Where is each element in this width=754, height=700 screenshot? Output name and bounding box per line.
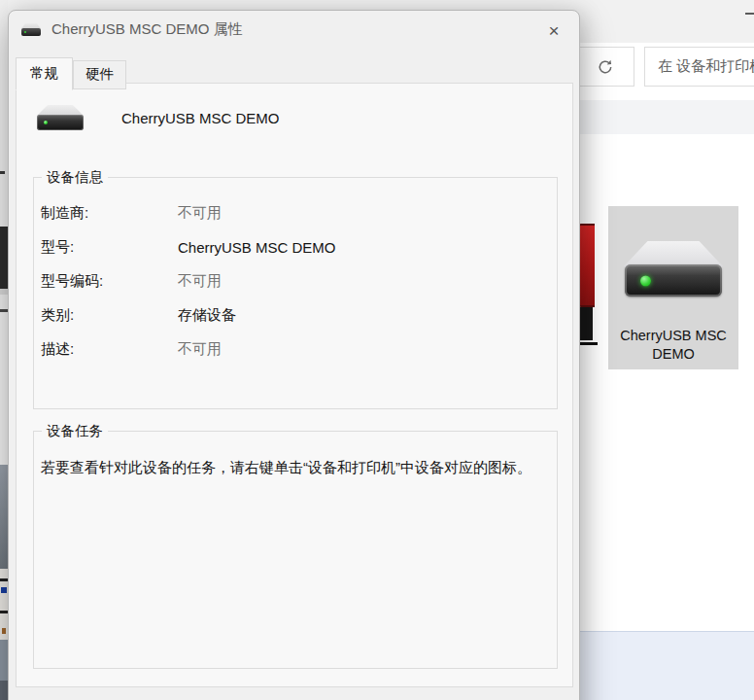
info-label: 制造商: xyxy=(41,204,178,223)
info-row-description: 描述: 不可用 xyxy=(34,332,557,367)
refresh-button[interactable] xyxy=(576,47,634,87)
info-value: CherryUSB MSC DEMO xyxy=(178,239,336,256)
green-led-icon xyxy=(640,275,651,286)
dialog-title: CherryUSB MSC DEMO 属性 xyxy=(51,20,243,39)
minimize-icon[interactable] xyxy=(745,13,754,15)
info-row-manufacturer: 制造商: 不可用 xyxy=(34,196,557,230)
info-label: 型号: xyxy=(41,238,178,257)
drive-icon xyxy=(624,241,723,298)
device-tasks-group: 设备任务 若要查看针对此设备的任务，请右键单击“设备和打印机”中设备对应的图标。 xyxy=(33,431,558,669)
device-tasks-legend: 设备任务 xyxy=(42,422,108,440)
device-info-legend: 设备信息 xyxy=(42,168,108,187)
properties-dialog: CherryUSB MSC DEMO 属性 × 常规 硬件 CherryUSB … xyxy=(8,10,580,700)
refresh-icon xyxy=(596,57,615,77)
device-info-group: 设备信息 制造商: 不可用 型号: CherryUSB MSC DEMO 型号编… xyxy=(33,177,558,409)
info-label: 型号编码: xyxy=(41,272,178,291)
info-row-model: 型号: CherryUSB MSC DEMO xyxy=(34,230,557,264)
info-value: 不可用 xyxy=(178,204,222,223)
tab-bar: 常规 硬件 xyxy=(16,57,126,89)
device-name: CherryUSB MSC DEMO xyxy=(121,110,280,126)
background-window-edge xyxy=(0,0,8,700)
info-label: 描述: xyxy=(41,340,178,359)
info-label: 类别: xyxy=(41,306,178,325)
device-tile-label-line1: CherryUSB MSC xyxy=(608,327,738,345)
device-tile-cherryusb[interactable]: CherryUSB MSC DEMO xyxy=(608,206,738,369)
close-icon[interactable]: × xyxy=(540,18,567,42)
green-led-icon xyxy=(44,121,48,124)
drive-icon xyxy=(37,105,84,130)
green-led-icon xyxy=(24,31,26,33)
drive-front xyxy=(625,264,722,297)
device-tasks-text: 若要查看针对此设备的任务，请右键单击“设备和打印机”中设备对应的图标。 xyxy=(41,454,543,481)
search-input[interactable] xyxy=(644,47,754,87)
tab-general[interactable]: 常规 xyxy=(16,57,73,90)
info-row-category: 类别: 存储设备 xyxy=(34,298,557,332)
device-tile-label-line2: DEMO xyxy=(608,345,738,364)
device-info-rows: 制造商: 不可用 型号: CherryUSB MSC DEMO 型号编码: 不可… xyxy=(34,196,557,367)
info-value: 存储设备 xyxy=(178,306,236,325)
drive-lid xyxy=(624,241,723,266)
device-tile-label: CherryUSB MSC DEMO xyxy=(608,327,738,364)
tab-hardware[interactable]: 硬件 xyxy=(73,60,126,89)
info-value: 不可用 xyxy=(178,272,222,291)
drive-icon-small xyxy=(21,23,41,36)
dialog-titlebar[interactable]: CherryUSB MSC DEMO 属性 xyxy=(9,11,579,48)
info-row-model-number: 型号编码: 不可用 xyxy=(34,264,557,298)
tab-panel-general: CherryUSB MSC DEMO 设备信息 制造商: 不可用 型号: Che… xyxy=(16,83,573,687)
device-header: CherryUSB MSC DEMO xyxy=(37,105,280,130)
info-value: 不可用 xyxy=(178,340,222,359)
